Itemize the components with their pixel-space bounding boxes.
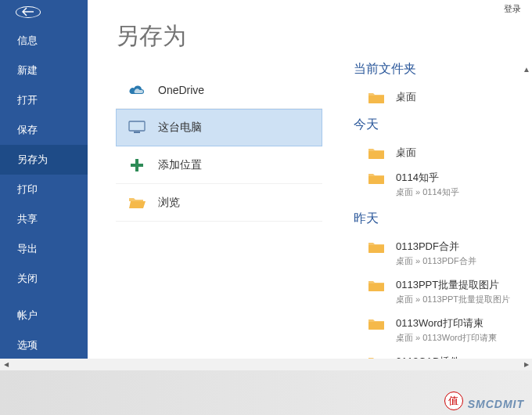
folder-icon bbox=[368, 318, 385, 330]
save-locations-column: 另存为 OneDrive这台电脑添加位置浏览 bbox=[88, 0, 322, 360]
folder-row[interactable]: 0113PPT批量提取图片桌面 » 0113PPT批量提取图片 bbox=[354, 273, 532, 312]
location-list: OneDrive这台电脑添加位置浏览 bbox=[116, 71, 322, 222]
sidebar: 信息新建打开保存另存为打印共享导出关闭 帐户选项 bbox=[0, 0, 88, 360]
nav-footer-item-0[interactable]: 帐户 bbox=[0, 301, 88, 330]
nav-item-6[interactable]: 共享 bbox=[0, 204, 88, 234]
folder-icon bbox=[368, 280, 385, 292]
nav-item-0[interactable]: 信息 bbox=[0, 26, 88, 56]
open-folder-icon bbox=[128, 194, 146, 211]
nav-item-7[interactable]: 导出 bbox=[0, 234, 88, 264]
folder-name: 桌面 bbox=[396, 146, 416, 160]
folder-path: 桌面 » 0113PDF合并 bbox=[396, 255, 476, 267]
horizontal-scrollbar[interactable]: ◀ ▶ bbox=[0, 359, 532, 370]
folder-icon bbox=[368, 147, 385, 160]
arrow-left-icon bbox=[22, 7, 34, 16]
nav-item-5[interactable]: 打印 bbox=[0, 175, 88, 204]
folder-icon bbox=[368, 92, 385, 104]
cloud-icon bbox=[128, 81, 146, 99]
computer-icon bbox=[128, 119, 146, 136]
nav-item-4[interactable]: 另存为 bbox=[0, 145, 88, 175]
folder-row[interactable]: 0113Word打印请柬桌面 » 0113Word打印请柬 bbox=[354, 312, 532, 350]
folder-icon bbox=[368, 241, 385, 254]
section-header: 昨天 bbox=[354, 211, 532, 227]
scrollbar-track[interactable] bbox=[12, 359, 520, 370]
svg-rect-1 bbox=[131, 123, 143, 129]
folder-icon bbox=[368, 172, 385, 185]
location-label: OneDrive bbox=[158, 84, 204, 96]
location-plus[interactable]: 添加位置 bbox=[116, 146, 322, 184]
location-label: 添加位置 bbox=[158, 158, 202, 172]
location-label: 这台电脑 bbox=[158, 121, 202, 135]
nav-item-3[interactable]: 保存 bbox=[0, 115, 88, 145]
folder-path: 桌面 » 0114知乎 bbox=[396, 186, 459, 198]
back-button[interactable] bbox=[16, 6, 41, 18]
nav-footer-item-1[interactable]: 选项 bbox=[0, 330, 88, 360]
nav-item-1[interactable]: 新建 bbox=[0, 56, 88, 85]
main-area: 登录 另存为 OneDrive这台电脑添加位置浏览 ▲ 当前文件夹桌面今天桌面0… bbox=[88, 0, 532, 360]
folder-name: 0113PDF合并 bbox=[396, 240, 476, 254]
folder-row[interactable]: 0114知乎桌面 » 0114知乎 bbox=[354, 166, 532, 204]
watermark-badge: 值 bbox=[444, 392, 463, 410]
nav-item-2[interactable]: 打开 bbox=[0, 85, 88, 115]
folder-path: 桌面 » 0113Word打印请柬 bbox=[396, 332, 497, 344]
location-label: 浏览 bbox=[158, 196, 180, 210]
folder-name: 0114知乎 bbox=[396, 171, 459, 185]
scroll-up-button[interactable]: ▲ bbox=[521, 61, 532, 77]
recent-folders-column: ▲ 当前文件夹桌面今天桌面0114知乎桌面 » 0114知乎昨天0113PDF合… bbox=[322, 0, 532, 360]
section-header: 当前文件夹 bbox=[354, 61, 532, 78]
folder-name: 桌面 bbox=[396, 90, 416, 104]
folder-row[interactable]: 桌面 bbox=[354, 85, 532, 110]
folder-name: 0113Word打印请柬 bbox=[396, 316, 497, 330]
svg-rect-2 bbox=[134, 132, 140, 133]
folder-path: 桌面 » 0113PPT批量提取图片 bbox=[396, 294, 510, 305]
location-open-folder[interactable]: 浏览 bbox=[116, 184, 322, 222]
nav-item-8[interactable]: 关闭 bbox=[0, 264, 88, 294]
folder-row[interactable]: 桌面 bbox=[354, 141, 532, 166]
watermark-text: SMCDMIT bbox=[468, 398, 524, 410]
plus-icon bbox=[128, 157, 146, 174]
bottom-strip: 值 SMCDMIT bbox=[0, 370, 532, 415]
folder-row[interactable]: 0113PDF合并桌面 » 0113PDF合并 bbox=[354, 235, 532, 273]
location-cloud[interactable]: OneDrive bbox=[116, 71, 322, 109]
backstage-view: 信息新建打开保存另存为打印共享导出关闭 帐户选项 登录 另存为 OneDrive… bbox=[0, 0, 532, 360]
scroll-right-button[interactable]: ▶ bbox=[520, 359, 532, 370]
page-title: 另存为 bbox=[116, 20, 322, 52]
folder-name: 0113PPT批量提取图片 bbox=[396, 278, 510, 292]
svg-rect-4 bbox=[131, 164, 143, 167]
location-computer[interactable]: 这台电脑 bbox=[116, 109, 322, 146]
section-header: 今天 bbox=[354, 117, 532, 133]
scroll-left-button[interactable]: ◀ bbox=[0, 359, 12, 370]
